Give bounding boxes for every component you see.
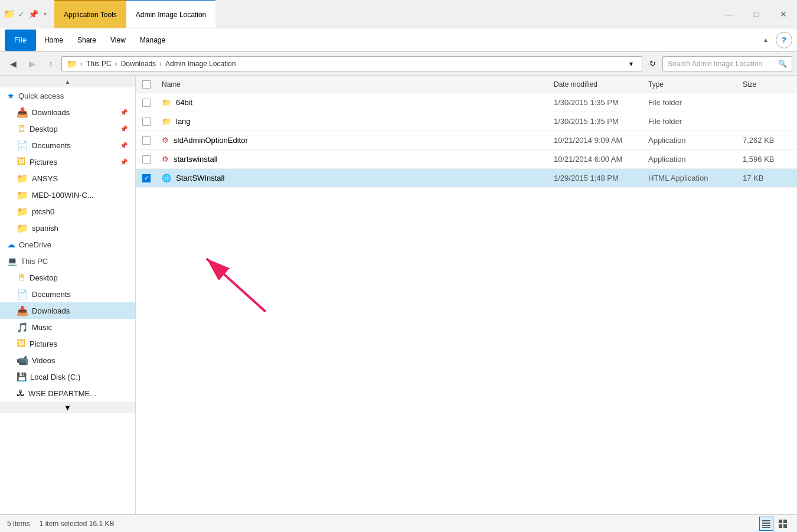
tab-application-tools[interactable]: Application Tools xyxy=(54,0,126,28)
sidebar-item-documents2[interactable]: 📄 Documents xyxy=(0,286,135,302)
path-current[interactable]: Admin Image Location xyxy=(165,60,236,68)
sidebar-item-pictures-pinned[interactable]: 🖼 Pictures 📌 xyxy=(0,154,135,170)
view-tab[interactable]: View xyxy=(104,34,132,47)
thispc-icon: 💻 xyxy=(7,256,17,266)
med-folder-icon: 📁 xyxy=(17,190,28,201)
table-row[interactable]: 📁 lang 1/30/2015 1:35 PM File folder xyxy=(136,112,797,131)
header-name[interactable]: Name xyxy=(157,80,549,89)
checkbox-3[interactable] xyxy=(142,155,151,164)
select-all-checkbox[interactable] xyxy=(142,80,151,89)
file-tab[interactable]: File xyxy=(5,30,36,51)
large-icons-view-button[interactable] xyxy=(776,517,790,531)
row-checkbox-1[interactable] xyxy=(136,118,157,126)
minimize-button[interactable]: — xyxy=(716,5,743,24)
row-checkbox-3[interactable] xyxy=(136,155,157,164)
address-bar[interactable]: 📁 › This PC › Downloads › Admin Image Lo… xyxy=(61,56,642,71)
wse-icon: 🖧 xyxy=(17,389,25,398)
selected-info: 1 item selected 16.1 KB xyxy=(40,520,115,528)
svg-rect-3 xyxy=(762,523,770,524)
details-view-button[interactable] xyxy=(759,517,773,531)
table-row[interactable]: 📁 64bit 1/30/2015 1:35 PM File folder xyxy=(136,93,797,112)
sidebar-item-desktop2[interactable]: 🖥 Desktop xyxy=(0,269,135,286)
help-button[interactable]: ? xyxy=(776,32,792,48)
row-checkbox-2[interactable] xyxy=(136,136,157,145)
svg-rect-6 xyxy=(779,520,782,523)
sidebar-item-spanish[interactable]: 📁 spanish xyxy=(0,220,135,236)
maximize-button[interactable]: □ xyxy=(743,5,770,24)
main-area: ▲ ★ Quick access 📥 Downloads 📌 🖥 Desktop… xyxy=(0,76,797,514)
checkbox-0[interactable] xyxy=(142,99,151,107)
path-this-pc[interactable]: This PC xyxy=(86,60,112,68)
row-size-4: 17 KB xyxy=(738,174,797,182)
sidebar-item-this-pc[interactable]: 💻 This PC xyxy=(0,253,135,269)
sidebar-item-downloads-pinned[interactable]: 📥 Downloads 📌 xyxy=(0,104,135,120)
search-box[interactable]: Search Admin Image Location 🔍 xyxy=(662,56,792,71)
sidebar-item-ansys[interactable]: 📁 ANSYS xyxy=(0,170,135,187)
address-dropdown-button[interactable]: ▾ xyxy=(625,58,637,70)
row-type-3: Application xyxy=(644,155,738,164)
row-name-2: ⚙ sldAdminOptionEditor xyxy=(157,136,549,145)
row-date-0: 1/30/2015 1:35 PM xyxy=(549,98,644,107)
sidebar-item-videos[interactable]: 📹 Videos xyxy=(0,352,135,368)
downloads-folder-icon: 📥 xyxy=(17,107,28,118)
ribbon: File Home Share View Manage ▲ ? xyxy=(0,28,797,52)
spanish-folder-icon: 📁 xyxy=(17,223,28,234)
qat-folder-icon[interactable]: 📁 xyxy=(5,9,14,19)
manage-tab[interactable]: Manage xyxy=(134,34,171,47)
file-name-4: StartSWInstall xyxy=(176,174,224,182)
qat-pin-icon[interactable]: 📌 xyxy=(28,9,38,19)
row-checkbox-4[interactable]: ✓ xyxy=(136,174,157,182)
table-row[interactable]: ✓ 🌐 StartSWInstall 1/29/2015 1:48 PM HTM… xyxy=(136,169,797,188)
sidebar-item-med[interactable]: 📁 MED-100WIN-C... xyxy=(0,187,135,203)
header-date[interactable]: Date modified xyxy=(549,80,644,89)
back-button[interactable]: ◀ xyxy=(5,56,21,72)
path-downloads[interactable]: Downloads xyxy=(121,60,156,68)
pictures-folder-icon: 🖼 xyxy=(17,156,26,167)
videos-folder-icon: 📹 xyxy=(17,355,28,366)
ribbon-expand-button[interactable]: ▲ xyxy=(760,34,771,45)
checkbox-4[interactable]: ✓ xyxy=(142,174,151,182)
row-name-3: ⚙ startswinstall xyxy=(157,155,549,164)
checkbox-1[interactable] xyxy=(142,118,151,126)
close-button[interactable]: ✕ xyxy=(770,5,797,24)
sidebar-item-pictures2[interactable]: 🖼 Pictures xyxy=(0,335,135,352)
qat-dropdown-icon[interactable]: ▾ xyxy=(40,9,50,19)
home-tab[interactable]: Home xyxy=(38,34,69,47)
header-type[interactable]: Type xyxy=(644,80,738,89)
row-date-4: 1/29/2015 1:48 PM xyxy=(549,174,644,182)
qat-check-icon[interactable]: ✓ xyxy=(17,9,26,19)
pin-icon: 📌 xyxy=(120,109,128,116)
pin-icon-pictures: 📌 xyxy=(120,158,128,166)
file-name-0: 64bit xyxy=(176,98,192,107)
sidebar-item-music[interactable]: 🎵 Music xyxy=(0,319,135,335)
row-date-3: 10/21/2014 6:00 AM xyxy=(549,155,644,164)
sidebar-item-desktop-pinned[interactable]: 🖥 Desktop 📌 xyxy=(0,120,135,137)
sidebar-item-downloads2[interactable]: 📥 Downloads xyxy=(0,302,135,319)
table-row[interactable]: ⚙ sldAdminOptionEditor 10/21/2014 9:09 A… xyxy=(136,131,797,150)
sidebar-item-localdisk[interactable]: 💾 Local Disk (C:) xyxy=(0,368,135,385)
header-size[interactable]: Size xyxy=(738,80,797,89)
sidebar-item-onedrive[interactable]: ☁ OneDrive xyxy=(0,236,135,253)
sidebar-item-documents-pinned[interactable]: 📄 Documents 📌 xyxy=(0,137,135,154)
sidebar-scroll-up[interactable]: ▲ xyxy=(0,76,135,87)
svg-rect-4 xyxy=(762,525,770,526)
row-checkbox-0[interactable] xyxy=(136,99,157,107)
table-row[interactable]: ⚙ startswinstall 10/21/2014 6:00 AM Appl… xyxy=(136,150,797,169)
up-button[interactable]: ↑ xyxy=(43,56,59,72)
refresh-button[interactable]: ↻ xyxy=(645,56,660,71)
row-name-1: 📁 lang xyxy=(157,117,549,126)
desktop2-folder-icon: 🖥 xyxy=(17,272,26,283)
row-date-2: 10/21/2014 9:09 AM xyxy=(549,136,644,145)
filelist: Name Date modified Type Size 📁 64bit 1/3… xyxy=(136,76,797,514)
forward-button[interactable]: ▶ xyxy=(24,56,40,72)
sidebar-item-quick-access[interactable]: ★ Quick access xyxy=(0,87,135,104)
sidebar-item-ptcsh[interactable]: 📁 ptcsh0 xyxy=(0,203,135,220)
filelist-header: Name Date modified Type Size xyxy=(136,76,797,93)
checkbox-2[interactable] xyxy=(142,136,151,145)
header-checkbox[interactable] xyxy=(136,80,157,89)
share-tab[interactable]: Share xyxy=(71,34,102,47)
sidebar-scroll-down[interactable]: ▼ xyxy=(0,402,135,413)
sidebar-item-wse[interactable]: 🖧 WSE DEPARTME... xyxy=(0,385,135,402)
details-view-icon xyxy=(762,519,771,528)
row-name-0: 📁 64bit xyxy=(157,98,549,107)
